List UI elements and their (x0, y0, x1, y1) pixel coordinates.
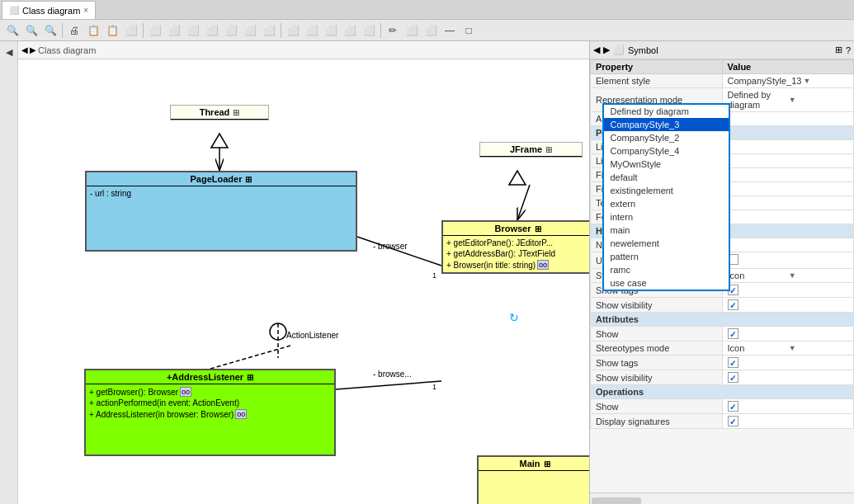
class-pageloader-spacer (87, 200, 356, 250)
toolbar-btn14[interactable]: ⬜ (341, 21, 359, 40)
class-al-m3-text: + AddressListener(in browser: Browser) (89, 410, 234, 419)
dropdown-item-1[interactable]: CompanyStyle_3 (604, 118, 729, 131)
dropdown-item-2[interactable]: CompanyStyle_2 (604, 131, 729, 144)
class-browser-m3: + Browser(in title: string) oo (446, 259, 589, 271)
toolbar-btn7[interactable]: ⬜ (203, 21, 221, 40)
dropdown-item-12[interactable]: ramc (604, 263, 729, 276)
toolbar-btn16[interactable]: ⬜ (403, 21, 421, 40)
attributes-show-visibility-value[interactable] (722, 370, 854, 385)
class-browser-name: Browser (494, 224, 531, 233)
text-color-value[interactable] (722, 196, 854, 210)
attributes-show-tags-checkbox[interactable] (728, 357, 738, 368)
line-color-value[interactable] (722, 154, 854, 168)
attributes-stereo-dropdown[interactable]: Icon ▼ (728, 343, 849, 353)
class-pageloader-body: - url : string (87, 186, 356, 200)
attributes-show-tags-value[interactable] (722, 356, 854, 370)
nav-forward-btn[interactable]: ▶ (30, 45, 36, 54)
toolbar-btn13[interactable]: ⬜ (322, 21, 340, 40)
attributes-show-value[interactable] (722, 327, 854, 341)
dropdown-item-5[interactable]: default (604, 171, 729, 184)
dropdown-item-0[interactable]: Defined by diagram (604, 105, 729, 118)
svg-line-2 (517, 185, 530, 220)
toolbar-btn17[interactable]: ⬜ (422, 21, 440, 40)
toolbar-btn10[interactable]: ⬜ (260, 21, 278, 40)
name-mode-value[interactable] (722, 238, 854, 252)
class-main[interactable]: Main ⊞ (477, 455, 589, 504)
toolbar-zoom-out[interactable]: 🔍 (41, 21, 59, 40)
toolbar-btn6[interactable]: ⬜ (184, 21, 202, 40)
toolbar-minimize[interactable]: — (441, 21, 459, 40)
fill-mode-value[interactable] (722, 168, 854, 182)
toolbar-zoom-in[interactable]: 🔍 (3, 21, 21, 40)
left-sidebar-btn1[interactable]: ◀ (2, 45, 17, 59)
toolbar-btn8[interactable]: ⬜ (222, 21, 240, 40)
attributes-show-visibility-checkbox[interactable] (728, 372, 738, 383)
svg-line-4 (336, 381, 441, 389)
toolbar-maximize[interactable]: □ (460, 21, 478, 40)
toolbar-export1[interactable]: 📋 (84, 21, 102, 40)
tab-class-diagram[interactable]: ⬜ Class diagram × (2, 1, 96, 19)
dropdown-item-10[interactable]: newelement (604, 237, 729, 250)
attributes-stereo-mode-value[interactable]: Icon ▼ (722, 341, 854, 356)
automatic-content-value[interactable] (722, 112, 854, 126)
class-al-m1-badge: oo (180, 387, 191, 397)
class-thread[interactable]: Thread ⊞ (170, 105, 269, 120)
dropdown-item-11[interactable]: pattern (604, 250, 729, 263)
panel-nav-forward[interactable]: ▶ (603, 45, 610, 55)
fill-color-value[interactable] (722, 182, 854, 196)
toolbar-draw[interactable]: ✏ (384, 21, 402, 40)
display-signatures-checkbox[interactable] (728, 416, 738, 426)
dropdown-item-6[interactable]: existingelement (604, 184, 729, 197)
dropdown-item-3[interactable]: CompanyStyle_4 (604, 144, 729, 158)
dropdown-item-8[interactable]: intern (604, 210, 729, 224)
nav-back-btn[interactable]: ◀ (21, 45, 28, 54)
toolbar-btn12[interactable]: ⬜ (303, 21, 321, 40)
toolbar-btn4[interactable]: ⬜ (146, 21, 164, 40)
class-addresslistener[interactable]: +AddressListener ⊞ + getBrowser(): Brows… (84, 369, 336, 456)
font-value[interactable] (722, 210, 854, 224)
class-pageloader[interactable]: PageLoader ⊞ - url : string (85, 171, 357, 252)
header-show-visibility-checkbox[interactable] (728, 299, 738, 310)
toolbar-btn5[interactable]: ⬜ (165, 21, 183, 40)
display-signatures-value[interactable] (722, 414, 854, 429)
operations-show-checkbox[interactable] (728, 401, 738, 412)
tab-close-btn[interactable]: × (83, 6, 88, 15)
representation-mode-arrow: ▼ (789, 96, 848, 104)
dropdown-item-9[interactable]: main (604, 224, 729, 237)
representation-mode-dropdown[interactable]: Defined by diagram ▼ Defined by diagram … (728, 90, 849, 110)
header-show-tags-value[interactable] (722, 283, 854, 298)
header-stereo-mode-value[interactable]: Icon ▼ (722, 269, 854, 283)
panel-nav-back[interactable]: ◀ (593, 45, 600, 55)
panel-help-btn[interactable]: ? (846, 45, 851, 55)
header-show-visibility-value[interactable] (722, 298, 854, 313)
svg-line-3 (210, 346, 290, 369)
class-browser-body: + getEditorPane(): JEditorP... + getAddr… (443, 236, 589, 272)
toolbar-export2[interactable]: 📋 (103, 21, 121, 40)
toolbar-btn11[interactable]: ⬜ (284, 21, 302, 40)
panel-hscroll[interactable] (590, 492, 854, 504)
element-style-value[interactable]: CompanyStyle_13 ▼ (722, 74, 854, 88)
svg-text:- browser: - browser (373, 242, 408, 251)
class-jframe-name: JFrame (510, 144, 542, 154)
panel-grid-btn[interactable]: ⊞ (835, 45, 842, 55)
toolbar-print[interactable]: 🖨 (65, 21, 83, 40)
element-style-dropdown[interactable]: CompanyStyle_13 ▼ (728, 76, 849, 86)
toolbar-btn3[interactable]: ⬜ (122, 21, 140, 40)
operations-show-value[interactable] (722, 399, 854, 414)
panel-hscroll-thumb[interactable] (592, 497, 641, 505)
class-browser[interactable]: Browser ⊞ + getEditorPane(): JEditorP...… (441, 220, 589, 274)
toolbar-zoom-fit[interactable]: 🔍 (22, 21, 40, 40)
dropdown-item-7[interactable]: extern (604, 197, 729, 210)
unmask-ports-value[interactable] (722, 252, 854, 269)
dropdown-item-13[interactable]: use case (604, 276, 729, 290)
dropdown-item-4[interactable]: MyOwnStyle (604, 158, 729, 171)
toolbar-btn15[interactable]: ⬜ (360, 21, 378, 40)
toolbar-btn9[interactable]: ⬜ (241, 21, 259, 40)
header-show-visibility-label: Show visibility (591, 298, 723, 313)
representation-mode-value[interactable]: Defined by diagram ▼ Defined by diagram … (722, 88, 854, 112)
class-jframe[interactable]: JFrame ⊞ (479, 142, 583, 158)
line-width-value[interactable] (722, 140, 854, 154)
class-addresslistener-body: + getBrowser(): Browser oo + actionPerfo… (86, 384, 334, 422)
header-stereo-dropdown[interactable]: Icon ▼ (728, 271, 849, 280)
attributes-show-checkbox[interactable] (728, 328, 738, 339)
